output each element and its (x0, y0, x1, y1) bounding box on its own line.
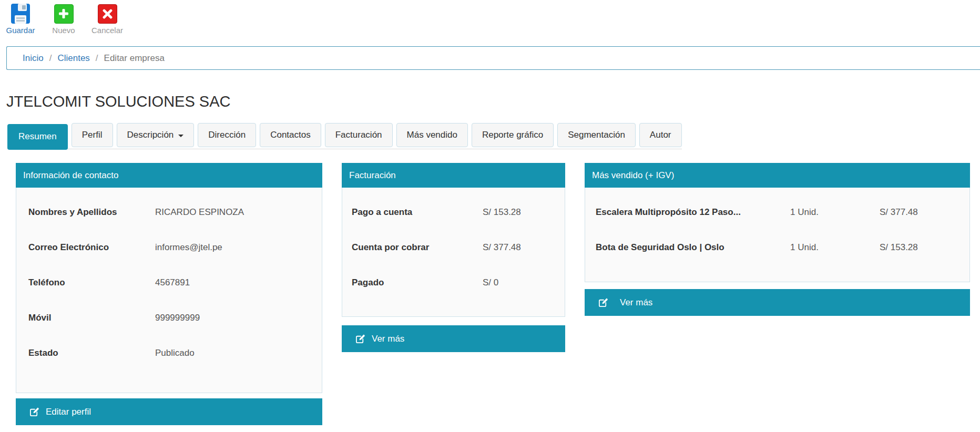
row-label: Teléfono (28, 277, 155, 288)
tab-descripcion-label: Descripción (127, 130, 174, 140)
panels-row: Información de contacto Nombres y Apelli… (16, 163, 971, 425)
plus-icon (54, 3, 74, 24)
contact-row-phone: Teléfono 4567891 (16, 265, 322, 300)
contact-row-names: Nombres y Apellidos RICARDO ESPINOZA (16, 194, 322, 230)
edit-profile-button-label: Editar perfil (46, 407, 91, 417)
row-value: informes@jtel.pe (155, 242, 222, 253)
top-sold-see-more-label: Ver más (620, 297, 652, 308)
row-value: 999999999 (155, 313, 200, 323)
product-quantity: 1 Unid. (790, 207, 880, 218)
product-quantity: 1 Unid. (790, 242, 880, 253)
panel-contact-info: Información de contacto Nombres y Apelli… (16, 163, 322, 425)
tab-direccion[interactable]: Dirección (198, 123, 256, 147)
row-label: Móvil (28, 313, 155, 323)
row-label: Nombres y Apellidos (28, 207, 155, 218)
save-button[interactable]: Guardar (5, 3, 36, 35)
edit-profile-button[interactable]: Editar perfil (16, 398, 322, 425)
contact-row-email: Correo Electrónico informes@jtel.pe (16, 230, 322, 265)
row-label: Pago a cuenta (352, 207, 483, 218)
page-title: JTELCOMIT SOLUCIONES SAC (6, 93, 980, 110)
row-label: Estado (28, 348, 155, 358)
tab-segmentacion[interactable]: Segmentación (557, 123, 636, 147)
breadcrumb: Inicio / Clientes / Editar empresa (6, 46, 980, 70)
floppy-disk-icon (11, 3, 30, 24)
product-price: S/ 377.48 (880, 207, 918, 218)
product-row: Escalera Multipropósito 12 Paso... 1 Uni… (585, 194, 969, 230)
panel-billing-body: Pago a cuenta S/ 153.28 Cuenta por cobra… (342, 188, 565, 317)
product-name: Escalera Multipropósito 12 Paso... (596, 207, 790, 218)
billing-row-payment: Pago a cuenta S/ 153.28 (342, 194, 565, 230)
tab-perfil[interactable]: Perfil (72, 123, 113, 147)
product-row: Bota de Seguridad Oslo | Oslo 1 Unid. S/… (585, 230, 969, 265)
billing-see-more-button[interactable]: Ver más (342, 325, 565, 352)
pencil-square-icon (355, 334, 365, 344)
breadcrumb-link-home[interactable]: Inicio (23, 53, 44, 64)
pencil-square-icon (29, 407, 39, 417)
new-button[interactable]: Nuevo (48, 3, 79, 35)
billing-row-receivable: Cuenta por cobrar S/ 377.48 (342, 230, 565, 265)
product-name: Bota de Seguridad Oslo | Oslo (596, 242, 790, 253)
save-button-label: Guardar (6, 26, 35, 35)
toolbar: Guardar Nuevo Cancelar (0, 0, 980, 35)
contact-row-status: Estado Publicado (16, 335, 322, 371)
row-value: Publicado (155, 348, 195, 358)
tab-reporte-grafico[interactable]: Reporte gráfico (472, 123, 554, 147)
cancel-button[interactable]: Cancelar (91, 3, 123, 35)
tab-contactos[interactable]: Contactos (260, 123, 321, 147)
billing-row-paid: Pagado S/ 0 (342, 265, 565, 300)
panel-top-sold: Más vendido (+ IGV) Escalera Multipropós… (585, 163, 970, 316)
cancel-button-label: Cancelar (91, 26, 123, 35)
row-value: S/ 153.28 (483, 207, 521, 218)
panel-top-sold-body: Escalera Multipropósito 12 Paso... 1 Uni… (585, 188, 970, 282)
panel-billing-title: Facturación (342, 163, 565, 188)
new-button-label: Nuevo (52, 26, 75, 35)
tab-mas-vendido[interactable]: Más vendido (396, 123, 468, 147)
row-value: 4567891 (155, 277, 190, 288)
row-label: Correo Electrónico (28, 242, 155, 253)
caret-down-icon (178, 135, 183, 137)
tab-resumen[interactable]: Resumen (7, 124, 68, 150)
breadcrumb-link-clients[interactable]: Clientes (57, 53, 89, 64)
panel-contact-info-body: Nombres y Apellidos RICARDO ESPINOZA Cor… (16, 188, 322, 393)
breadcrumb-separator: / (96, 53, 98, 64)
row-label: Pagado (352, 277, 483, 288)
top-sold-see-more-button[interactable]: Ver más (585, 289, 970, 316)
row-value: S/ 377.48 (483, 242, 521, 253)
tab-descripcion[interactable]: Descripción (117, 123, 195, 147)
row-label: Cuenta por cobrar (352, 242, 483, 253)
product-price: S/ 153.28 (880, 242, 918, 253)
tab-facturacion[interactable]: Facturación (325, 123, 393, 147)
breadcrumb-current: Editar empresa (104, 53, 165, 64)
breadcrumb-separator: / (49, 53, 52, 64)
billing-see-more-label: Ver más (372, 334, 404, 344)
panel-contact-info-title: Información de contacto (16, 163, 322, 188)
x-icon (97, 3, 117, 24)
tab-autor[interactable]: Autor (639, 123, 682, 147)
tab-bar: Resumen Perfil Descripción Dirección Con… (7, 123, 682, 149)
panel-top-sold-title: Más vendido (+ IGV) (585, 163, 970, 188)
row-value: RICARDO ESPINOZA (155, 207, 244, 218)
panel-billing: Facturación Pago a cuenta S/ 153.28 Cuen… (342, 163, 565, 352)
contact-row-mobile: Móvil 999999999 (16, 300, 322, 335)
pencil-square-icon (598, 297, 608, 307)
row-value: S/ 0 (483, 277, 498, 288)
